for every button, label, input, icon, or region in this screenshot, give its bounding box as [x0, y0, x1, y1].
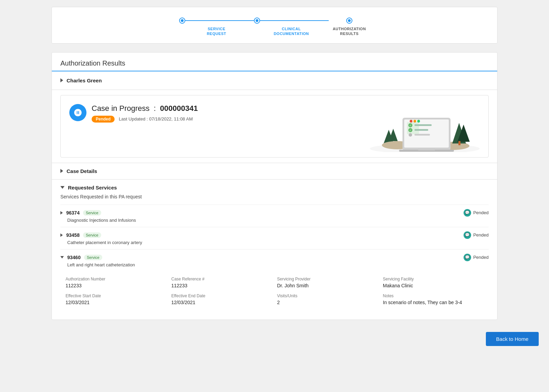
case-details-header[interactable]: Case Details: [60, 168, 489, 174]
svg-point-22: [413, 120, 416, 123]
case-ref-group: Case Reference # 112233: [171, 277, 272, 288]
requested-services-chevron-icon: [60, 186, 65, 189]
svg-text:✓: ✓: [409, 129, 411, 131]
service-item-93460: 93460 Service 💬 Pended Left and right he…: [60, 249, 489, 314]
service-status-text-96374: Pended: [473, 210, 489, 215]
svg-rect-16: [414, 124, 432, 126]
step-connector-2: [260, 20, 329, 21]
case-info: Case in Progress : 000000341 Pended Last…: [92, 104, 198, 123]
service-name-96374: Diagnostic Injections and Infusions: [60, 218, 489, 223]
service-badge-96374: Service: [83, 210, 101, 216]
case-meta: Pended Last Updated : 07/18/2022, 11:08 …: [92, 116, 198, 123]
illustration-svg: ✓ ✓: [370, 104, 480, 152]
visits-group: Visits/Units 2: [277, 293, 378, 305]
svg-rect-20: [418, 149, 435, 150]
visits-value: 2: [277, 300, 378, 305]
servicing-facility-group: Servicing Facility Makana Clinic: [383, 277, 483, 288]
last-updated: Last Updated : 07/18/2022, 11:08 AM: [119, 116, 192, 122]
requested-services-title: Requested Services: [68, 185, 117, 191]
stepper: SERVICEREQUEST CLINICALDOCUMENTATION AUT…: [179, 18, 370, 36]
eff-end-value: 12/03/2021: [171, 300, 272, 305]
step-clinical-documentation[interactable]: CLINICALDOCUMENTATION: [254, 18, 329, 36]
svg-text:✓: ✓: [409, 124, 411, 127]
requested-services-header[interactable]: Requested Services: [60, 185, 489, 191]
main-card: Authorization Results Charles Green Case…: [51, 52, 498, 320]
service-item-header-93460: 93460 Service 💬 Pended: [60, 254, 489, 261]
case-details-title: Case Details: [67, 168, 97, 174]
servicing-facility-value: Makana Clinic: [383, 283, 483, 288]
servicing-provider-group: Servicing Provider Dr. John Smith: [277, 277, 378, 288]
svg-rect-18: [414, 134, 430, 136]
service-status-96374: 💬 Pended: [464, 209, 489, 217]
notes-group: Notes In scenario of notes, They can be …: [383, 293, 483, 305]
svg-point-21: [410, 120, 412, 123]
case-ref-value: 112233: [171, 283, 272, 288]
eff-start-label: Effective Start Date: [66, 293, 166, 298]
eff-end-label: Effective End Date: [171, 293, 272, 298]
case-in-progress-label: Case in Progress: [92, 104, 150, 113]
page-title: Authorization Results: [60, 59, 489, 67]
step-circle-1: [179, 18, 185, 24]
service-item-93458: 93458 Service 💬 Pended Catheter placemen…: [60, 227, 489, 249]
back-home-button[interactable]: Back to Home: [486, 332, 539, 346]
requested-services-section: Requested Services Services Requested in…: [52, 179, 497, 320]
service-code-93458: 93458: [66, 232, 80, 238]
svg-point-23: [417, 120, 420, 123]
service-item-left-93460: 93460 Service: [60, 255, 102, 260]
svg-point-15: [409, 133, 412, 137]
service-96374-chevron-icon[interactable]: [60, 211, 63, 215]
eff-end-group: Effective End Date 12/03/2021: [171, 293, 272, 305]
service-status-icon-96374: 💬: [464, 209, 471, 217]
auth-number-label: Authorization Number: [66, 277, 166, 281]
svg-rect-17: [414, 129, 428, 131]
case-illustration: ✓ ✓: [370, 104, 480, 149]
step-circle-2: [254, 18, 260, 24]
service-status-icon-93458: 💬: [464, 231, 471, 239]
service-code-96374: 96374: [66, 210, 80, 216]
service-status-text-93458: Pended: [473, 232, 489, 238]
service-item-left-96374: 96374 Service: [60, 210, 101, 216]
step-connector-1: [185, 20, 254, 21]
service-item-header-93458: 93458 Service 💬 Pended: [60, 231, 489, 239]
service-code-93460: 93460: [67, 255, 81, 260]
case-number: 000000341: [160, 104, 198, 113]
step-label-1: SERVICEREQUEST: [196, 26, 237, 36]
stepper-container: SERVICEREQUEST CLINICALDOCUMENTATION AUT…: [51, 7, 498, 44]
chevron-right-icon: [60, 78, 63, 82]
services-description: Services Requested in this PA request: [60, 194, 489, 199]
service-status-text-93460: Pended: [473, 255, 489, 260]
service-badge-93458: Service: [83, 232, 101, 238]
case-details-section: Case Details: [52, 163, 497, 179]
footer: Back to Home: [0, 325, 549, 353]
service-name-93460: Left and right heart catheterization: [60, 262, 489, 267]
step-circle-3: [346, 18, 352, 24]
step-authorization-results[interactable]: AUTHORIZATIONRESULTS: [329, 18, 370, 36]
eff-start-value: 12/03/2021: [66, 300, 166, 305]
notes-value: In scenario of notes, They can be 3-4: [383, 300, 483, 305]
service-badge-93460: Service: [84, 255, 102, 260]
service-status-icon-93460: 💬: [464, 254, 471, 261]
service-name-93458: Catheter placement in coronary artery: [60, 240, 489, 245]
case-details-chevron-icon: [60, 169, 63, 173]
auth-number-group: Authorization Number 112233: [66, 277, 166, 288]
service-status-93460: 💬 Pended: [464, 254, 489, 261]
case-ref-label: Case Reference #: [171, 277, 272, 281]
service-item-header-96374: 96374 Service 💬 Pended: [60, 209, 489, 217]
case-card: Case in Progress : 000000341 Pended Last…: [60, 95, 489, 158]
patient-name: Charles Green: [67, 78, 102, 83]
case-card-left: Case in Progress : 000000341 Pended Last…: [69, 104, 198, 123]
service-93458-chevron-icon[interactable]: [60, 233, 63, 237]
servicing-provider-value: Dr. John Smith: [277, 283, 378, 288]
service-details-93460: Authorization Number 112233 Case Referen…: [60, 272, 489, 310]
patient-row[interactable]: Charles Green: [52, 71, 497, 90]
visits-label: Visits/Units: [277, 293, 378, 298]
servicing-provider-label: Servicing Provider: [277, 277, 378, 281]
service-93460-chevron-icon[interactable]: [60, 256, 64, 258]
step-label-2: CLINICALDOCUMENTATION: [271, 26, 312, 36]
step-service-request[interactable]: SERVICEREQUEST: [179, 18, 254, 36]
auth-number-value: 112233: [66, 283, 166, 288]
case-title: Case in Progress : 000000341: [92, 104, 198, 113]
eff-start-group: Effective Start Date 12/03/2021: [66, 293, 166, 305]
service-item-96374: 96374 Service 💬 Pended Diagnostic Inject…: [60, 205, 489, 227]
service-status-93458: 💬 Pended: [464, 231, 489, 239]
